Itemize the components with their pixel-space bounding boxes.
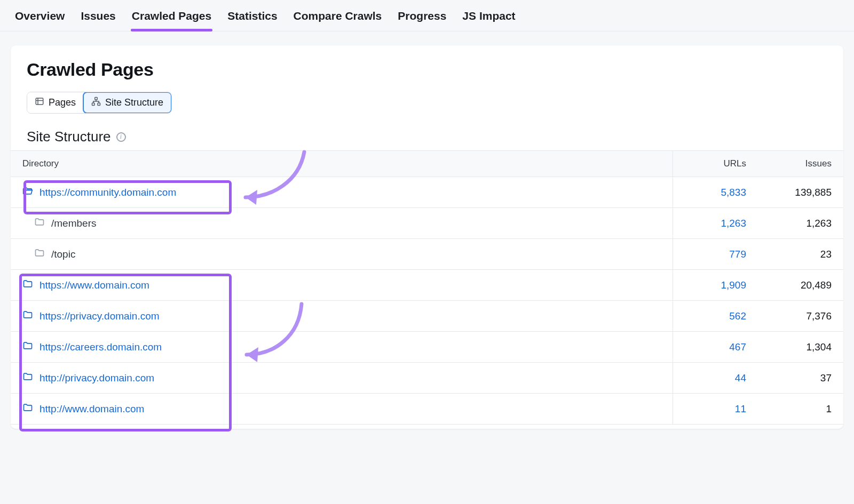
folder-icon[interactable] [34,247,45,261]
urls-count[interactable]: 44 [673,363,758,394]
urls-count[interactable]: 11 [673,394,758,425]
pages-icon [35,97,44,109]
tab-overview[interactable]: Overview [14,7,66,31]
folder-icon[interactable] [22,402,33,415]
directory-label[interactable]: https://careers.domain.com [39,341,162,353]
directory-label[interactable]: https://www.domain.com [39,279,149,291]
crawled-pages-card: Crawled Pages Pages [11,45,843,429]
tab-js-impact[interactable]: JS Impact [461,7,516,31]
issues-count: 37 [758,363,843,394]
urls-count[interactable]: 779 [673,239,758,270]
view-switch-pages-label: Pages [49,97,76,108]
folder-icon[interactable] [22,309,33,323]
tab-progress[interactable]: Progress [397,7,447,31]
directory-label: /topic [51,249,75,260]
table-row: https://privacy.domain.com5627,376 [11,301,843,332]
view-switch-pages[interactable]: Pages [27,92,83,113]
directory-label[interactable]: https://privacy.domain.com [39,310,160,322]
urls-count[interactable]: 1,909 [673,270,758,301]
issues-count: 1,304 [758,332,843,363]
table-row: http://www.domain.com111 [11,394,843,425]
issues-count: 1,263 [758,208,843,239]
table-row: https://careers.domain.com4671,304 [11,332,843,363]
col-header-issues[interactable]: Issues [758,151,843,177]
svg-rect-4 [92,103,95,106]
section-heading-text: Site Structure [27,129,111,145]
issues-count: 7,376 [758,301,843,332]
directory-label[interactable]: https://community.domain.com [39,187,176,198]
directory-label[interactable]: http://www.domain.com [39,403,144,415]
table-row: https://community.domain.com5,833139,885 [11,177,843,208]
svg-rect-5 [98,103,100,106]
table-row: /members1,2631,263 [11,208,843,239]
page-title: Crawled Pages [27,59,827,80]
urls-count[interactable]: 562 [673,301,758,332]
tab-statistics[interactable]: Statistics [226,7,278,31]
site-structure-table: Directory URLs Issues https://community.… [11,150,843,425]
col-header-urls[interactable]: URLs [673,151,758,177]
folder-icon[interactable] [34,217,45,230]
issues-count: 1 [758,394,843,425]
sitemap-icon [91,97,101,109]
folder-icon[interactable] [22,371,33,385]
tab-issues[interactable]: Issues [80,7,116,31]
view-switch-site-structure[interactable]: Site Structure [83,92,172,114]
urls-count[interactable]: 1,263 [673,208,758,239]
svg-rect-0 [36,98,43,105]
top-nav: Overview Issues Crawled Pages Statistics… [0,0,854,31]
view-switch: Pages Site Structure [27,92,172,114]
table-row: https://www.domain.com1,90920,489 [11,270,843,301]
info-icon[interactable]: i [116,132,126,142]
table-row: /topic77923 [11,239,843,270]
folder-icon[interactable] [22,278,33,292]
svg-rect-3 [95,98,98,100]
folder-icon[interactable] [22,340,33,354]
folder-open-icon[interactable] [22,186,33,199]
directory-label: /members [51,218,96,229]
issues-count: 20,489 [758,270,843,301]
col-header-directory[interactable]: Directory [11,151,673,177]
tab-crawled-pages[interactable]: Crawled Pages [131,7,212,31]
table-row: http://privacy.domain.com4437 [11,363,843,394]
view-switch-structure-label: Site Structure [105,97,163,108]
issues-count: 139,885 [758,177,843,208]
directory-label[interactable]: http://privacy.domain.com [39,372,154,384]
urls-count[interactable]: 5,833 [673,177,758,208]
section-heading: Site Structure i [27,129,827,145]
issues-count: 23 [758,239,843,270]
urls-count[interactable]: 467 [673,332,758,363]
tab-compare-crawls[interactable]: Compare Crawls [292,7,383,31]
